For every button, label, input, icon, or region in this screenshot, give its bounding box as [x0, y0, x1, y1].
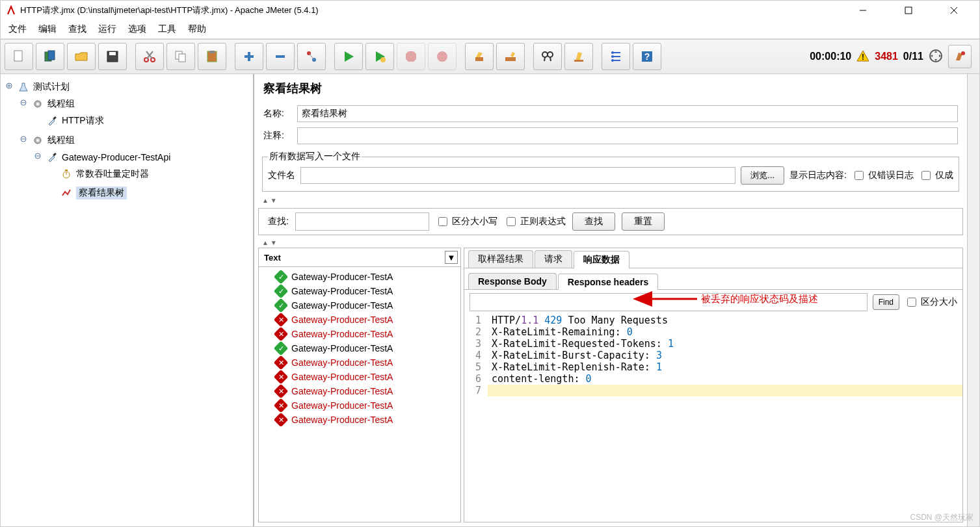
tree-node-http[interactable]: HTTP请求 [44, 113, 253, 129]
start-no-pause-button[interactable] [365, 43, 394, 70]
renderer-dropdown[interactable]: Text ▼ [259, 248, 460, 267]
log-viewer-button[interactable] [948, 45, 972, 68]
chevron-down-icon: ▼ [445, 251, 458, 264]
splitter-handle[interactable]: ▲ ▼ [254, 238, 967, 248]
tree-toggle-icon[interactable] [34, 153, 41, 159]
svg-rect-28 [475, 57, 483, 61]
result-row[interactable]: ✕Gateway-Producer-TestA [260, 370, 459, 384]
code-line: HTTP/1.1 429 Too Many Requests [488, 315, 962, 326]
regex-checkbox[interactable]: 正则表达式 [504, 215, 566, 228]
result-label: Gateway-Producer-TestA [291, 300, 393, 311]
success-icon: ✓ [274, 341, 289, 356]
result-list[interactable]: ✓Gateway-Producer-TestA✓Gateway-Producer… [259, 267, 460, 522]
tab[interactable]: 响应数据 [574, 251, 629, 268]
menu-item[interactable]: 帮助 [188, 23, 206, 35]
clear-all-button[interactable] [496, 43, 525, 70]
note-input[interactable] [297, 127, 958, 144]
expand-button[interactable] [235, 43, 263, 70]
test-plan-tree[interactable]: 测试计划 线程组 [1, 74, 254, 526]
tree-node-testplan[interactable]: 测试计划 [15, 79, 253, 95]
save-button[interactable] [98, 43, 127, 70]
toggle-button[interactable] [297, 43, 326, 70]
svg-text:?: ? [644, 51, 650, 62]
subtab[interactable]: Response Body [468, 273, 557, 289]
collapse-button[interactable] [266, 43, 295, 70]
menu-item[interactable]: 文件 [8, 23, 27, 35]
result-row[interactable]: ✕Gateway-Producer-TestA [260, 327, 459, 341]
find-button[interactable]: 查找 [572, 212, 615, 231]
result-row[interactable]: ✓Gateway-Producer-TestA [260, 270, 459, 284]
titlebar: HTTP请求.jmx (D:\install\jmeter\api-test\H… [1, 1, 979, 20]
success-icon: ✓ [274, 270, 289, 285]
help-button[interactable]: ? [633, 43, 661, 70]
close-button[interactable] [939, 1, 969, 20]
response-subtabs: Response BodyResponse headers [464, 270, 962, 290]
paste-button[interactable] [198, 43, 226, 70]
result-row[interactable]: ✓Gateway-Producer-TestA [260, 341, 459, 355]
result-row[interactable]: ✕Gateway-Producer-TestA [260, 355, 459, 370]
browse-button[interactable]: 浏览... [741, 166, 784, 185]
menu-item[interactable]: 选项 [128, 23, 146, 35]
error-icon: ✕ [274, 313, 289, 328]
result-row[interactable]: ✕Gateway-Producer-TestA [260, 398, 459, 413]
dropdown-value: Text [264, 253, 281, 263]
vertical-scrollbar[interactable] [967, 74, 979, 526]
clear-button[interactable] [465, 43, 494, 70]
tree-node-threadgroup[interactable]: 线程组 [29, 133, 253, 148]
line-number: 4 [464, 350, 488, 361]
response-case-checkbox[interactable]: 区分大小 [905, 292, 957, 312]
flask-icon [18, 81, 29, 93]
function-helper-button[interactable] [602, 43, 630, 70]
maximize-button[interactable] [894, 1, 923, 20]
subtab[interactable]: Response headers [558, 274, 659, 290]
stop-button[interactable] [397, 43, 425, 70]
result-row[interactable]: ✕Gateway-Producer-TestA [260, 384, 459, 398]
reset-search-button[interactable] [564, 43, 593, 70]
cut-button[interactable] [135, 43, 164, 70]
error-icon: ✕ [274, 398, 289, 413]
svg-rect-8 [109, 52, 116, 55]
response-headers-text[interactable]: 1HTTP/1.1 429 Too Many Requests2X-RateLi… [464, 315, 962, 522]
result-row[interactable]: ✓Gateway-Producer-TestA [260, 284, 459, 298]
response-find-button[interactable]: Find [873, 294, 899, 310]
svg-point-39 [611, 51, 614, 54]
svg-marker-47 [934, 51, 937, 53]
tree-node-view-results[interactable]: 察看结果树 [58, 185, 253, 201]
reset-button[interactable]: 重置 [622, 212, 665, 231]
open-button[interactable] [67, 43, 96, 70]
menu-item[interactable]: 编辑 [38, 23, 57, 35]
result-row[interactable]: ✕Gateway-Producer-TestA [260, 413, 459, 427]
tab[interactable]: 请求 [535, 250, 572, 268]
start-button[interactable] [334, 43, 363, 70]
tree-node-timer[interactable]: 常数吞吐量定时器 [58, 166, 253, 182]
search-input[interactable] [295, 212, 429, 231]
svg-text:!: ! [862, 53, 864, 62]
search-button[interactable] [533, 43, 562, 70]
new-button[interactable] [5, 43, 33, 70]
response-search-input[interactable] [470, 293, 867, 311]
tree-toggle-icon[interactable] [6, 83, 12, 89]
result-row[interactable]: ✓Gateway-Producer-TestA [260, 298, 459, 313]
svg-rect-16 [209, 51, 215, 53]
tab[interactable]: 取样器结果 [468, 250, 533, 268]
success-only-checkbox[interactable]: 仅成 [919, 169, 953, 182]
tree-toggle-icon[interactable] [20, 99, 27, 106]
tree-node-sampler[interactable]: Gateway-Producer-TestApi [44, 149, 253, 165]
splitter-handle[interactable]: ▲ ▼ [254, 196, 967, 205]
tree-toggle-icon[interactable] [20, 136, 27, 142]
name-input[interactable] [297, 105, 958, 122]
copy-button[interactable] [166, 43, 195, 70]
case-checkbox[interactable]: 区分大小写 [436, 215, 497, 228]
menu-item[interactable]: 查找 [68, 23, 86, 35]
tree-label: 线程组 [47, 135, 75, 146]
result-label: Gateway-Producer-TestA [291, 372, 393, 382]
tree-node-threadgroup[interactable]: 线程组 [29, 96, 253, 112]
filename-input[interactable] [300, 167, 735, 184]
minimize-button[interactable] [848, 1, 878, 20]
shutdown-button[interactable] [428, 43, 457, 70]
menu-item[interactable]: 工具 [158, 23, 176, 35]
menu-item[interactable]: 运行 [98, 23, 116, 35]
error-only-checkbox[interactable]: 仅错误日志 [852, 169, 914, 182]
result-row[interactable]: ✕Gateway-Producer-TestA [260, 313, 459, 327]
templates-button[interactable] [36, 43, 64, 70]
